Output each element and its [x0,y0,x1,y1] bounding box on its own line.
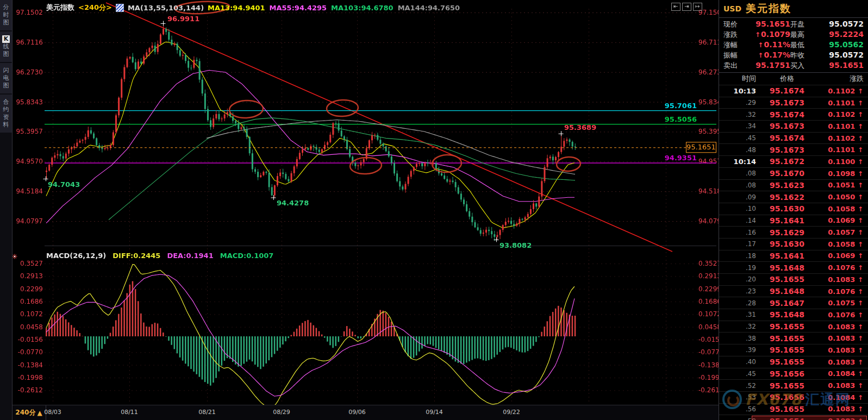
tick-price: 95.1629 [758,228,816,237]
tick-row[interactable]: .2995.16730.1101 ↑ [719,97,868,109]
ma-value-label: MA13:94.9401 [208,4,265,12]
tick-row[interactable]: .4095.16550.1083 ↑ [719,356,868,368]
axis-tool-icon-1[interactable]: ⇥ [682,3,691,11]
up-arrow-icon: ↑ [755,31,760,39]
price-macd-chart-canvas[interactable] [12,0,719,405]
tab-char: 分 [3,4,9,11]
tick-row[interactable]: .2095.16550.1083 ↑ [719,273,868,285]
tick-row[interactable]: .1995.16480.1076 ↑ [719,261,868,273]
tick-time: .32 [723,111,758,118]
tab-char: 合 [3,98,9,106]
sidebar-tab-1[interactable]: K线图 [0,32,12,62]
tick-row[interactable]: .2395.16480.1076 ↑ [719,285,868,297]
ma-value-label: MA144:94.7650 [398,4,460,12]
tick-row[interactable]: .0895.16230.1051 ↑ [719,179,868,191]
tick-row[interactable]: .4595.16740.1102 ↑ [719,132,868,144]
tick-row[interactable]: 10:1495.16720.1100 ↑ [719,155,868,167]
up-arrow-icon: ↑ [858,276,863,284]
stat-value: 95.1651 [817,60,864,71]
tick-time: .53 [723,393,758,401]
tick-time: .18 [723,252,758,260]
up-arrow-icon: ↑ [758,52,763,59]
tick-time: .48 [723,146,758,154]
tick-time: .23 [723,287,758,295]
tick-change: 0.1057 ↑ [816,228,864,236]
tick-row[interactable]: .0895.16700.1098 ↑ [719,167,868,179]
tick-change: 0.1076 ↑ [816,311,864,319]
tick-change: 0.1075 ↑ [816,299,864,307]
tick-row[interactable]: .0995.16220.1050 ↑ [719,191,868,203]
tick-time: .32 [723,323,758,330]
up-arrow-icon: ↑ [858,347,863,354]
tick-row[interactable]: .1095.16300.1058 ↑ [719,203,868,215]
tick-change: 0.1102 ↑ [816,134,864,142]
tick-change: 0.1084 ↑ [816,369,864,378]
tick-row[interactable]: .3895.16550.1083 ↑ [719,332,868,344]
tick-change: 0.1100 ↑ [816,158,864,166]
up-arrow-icon: ↑ [858,205,863,213]
tab-char: 闪 [3,67,9,74]
interval-selector-label: 240分 [15,408,35,417]
tick-change: 0.1083 ↑ [816,323,864,331]
stat-label: 昨收 [790,50,817,60]
stat-value: 95.0572 [817,19,864,29]
chart-header: 美元指数 <240分> MA(13,55,103,144) MA13:94.94… [46,3,460,12]
tick-row[interactable]: .3195.16480.1076 ↑ [719,309,868,321]
quote-panel: USD 美元指数 现价95.1651开盘95.0572涨跌↑0.1079最高95… [719,0,868,420]
tick-row[interactable]: .5395.16560.1084 ↑ [719,391,868,403]
tab-char: 图 [3,82,9,90]
tick-row[interactable]: .2895.16470.1075 ↑ [719,297,868,309]
sidebar-tab-3[interactable]: 合约资料 [0,95,12,133]
tick-row[interactable]: 10:1395.16740.1102 ↑ [719,85,868,97]
sidebar-tab-0[interactable]: 分时图 [0,0,12,30]
stat-label: 最低 [790,40,817,50]
tick-row[interactable]: .1895.16410.1069 ↑ [719,250,868,262]
tick-row[interactable]: .1495.16410.1069 ↑ [719,215,868,227]
tick-row[interactable]: .5695.16550.1083 ↑ [719,403,868,415]
macd-value-label: DIFF:0.2445 [113,252,160,260]
up-arrow-icon: ↑ [758,41,763,49]
tick-row[interactable]: .3995.16550.1083 ↑ [719,344,868,356]
tick-change: 0.1082 ↑ [816,417,864,420]
tick-row[interactable]: .1795.16300.1058 ↑ [719,238,868,250]
quote-title-row: USD 美元指数 [719,0,868,18]
sidebar-tab-2[interactable]: 闪电图 [0,63,12,93]
tick-row[interactable]: .5295.16550.1083 ↑ [719,379,868,391]
tick-price: 95.1673 [758,98,816,107]
interval-label: <240分> [78,3,112,12]
up-arrow-icon: ↑ [858,170,863,178]
tick-row[interactable]: .4895.16730.1101 ↑ [719,143,868,155]
up-arrow-icon: ↑ [858,405,863,413]
stat-value: 95.2224 [817,29,864,40]
tick-row[interactable]: .5895.16540.1082 ↑ [719,415,868,420]
indicator-chart-icon[interactable] [116,4,124,12]
ma-group-label: MA(13,55,103,144) [128,4,204,12]
tick-change: 0.1051 ↑ [816,181,864,189]
up-arrow-icon: ↑ [858,87,863,95]
tick-price: 95.1648 [758,310,816,319]
chart-toolbar: ⇤⇥↦ [671,3,702,11]
tick-change: 0.1058 ↑ [816,205,864,213]
tick-row[interactable]: .3295.16550.1083 ↑ [719,321,868,333]
tick-row[interactable]: .3495.16730.1101 ↑ [719,120,868,132]
tick-change: 0.1083 ↑ [816,275,864,284]
date-tick-label: 08/29 [270,409,294,416]
tick-row[interactable]: .3295.16740.1102 ↑ [719,108,868,120]
axis-tool-icon-0[interactable]: ⇤ [671,3,680,11]
tick-price: 95.1673 [758,122,816,130]
date-tick-label: 08/11 [117,409,141,416]
chart-area: 美元指数 <240分> MA(13,55,103,144) MA13:94.94… [12,0,719,420]
date-tick-label: 09/14 [422,409,446,416]
col-change-header: 涨跌 [816,74,864,84]
tick-row[interactable]: .1695.16290.1057 ↑ [719,226,868,238]
macd-value-label: DEA:0.1941 [167,252,213,260]
up-arrow-icon: ↑ [858,229,863,236]
up-arrow-icon: ↑ [858,370,863,378]
tick-row[interactable]: .4595.16560.1084 ↑ [719,368,868,380]
tick-time: .29 [723,99,758,106]
macd-header: MACD(26,12,9) DIFF:0.2445DEA:0.1941MACD:… [46,252,273,260]
tick-price: 95.1655 [758,322,816,331]
up-arrow-icon: ↑ [858,193,863,201]
tick-price: 95.1655 [758,358,816,366]
axis-tool-icon-2[interactable]: ↦ [693,3,702,11]
